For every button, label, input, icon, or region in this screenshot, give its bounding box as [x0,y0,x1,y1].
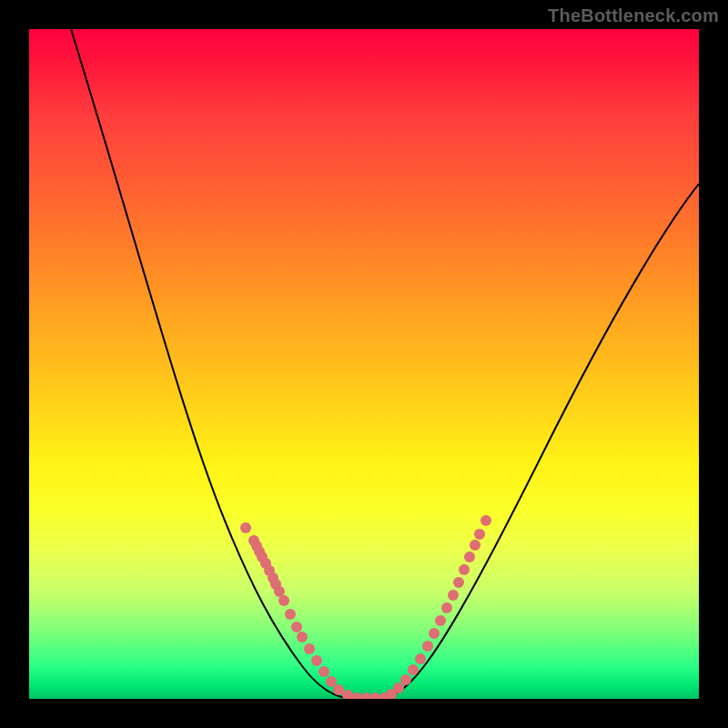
marker-right-17 [480,515,491,526]
marker-right-5 [408,664,419,675]
marker-right-12 [453,577,464,588]
marker-left-10 [278,595,289,606]
marker-left-0 [240,522,251,533]
chart-frame: TheBottleneck.com [0,0,728,728]
marker-left-14 [304,643,315,654]
marker-left-18 [333,684,344,695]
plot-area [29,29,699,699]
marker-left-15 [311,655,322,666]
marker-left-11 [285,609,296,620]
curve-right-branch [384,184,699,698]
markers-right-group [369,515,491,699]
curve-left-branch [71,29,346,698]
watermark-text: TheBottleneck.com [548,5,719,26]
marker-right-4 [400,674,411,685]
markers-left-group [240,522,371,699]
marker-right-6 [415,653,426,664]
marker-right-9 [435,615,446,626]
marker-left-13 [297,632,308,642]
marker-left-12 [291,622,302,632]
marker-right-10 [441,602,452,613]
marker-right-15 [470,540,480,551]
marker-right-11 [448,590,459,601]
marker-right-3 [393,682,404,693]
marker-left-16 [318,666,329,677]
curve-layer [29,29,699,699]
marker-right-8 [429,628,440,639]
marker-right-14 [464,551,475,562]
marker-right-7 [422,641,433,652]
marker-right-13 [459,564,470,575]
marker-right-16 [474,529,485,540]
marker-left-17 [326,676,337,687]
